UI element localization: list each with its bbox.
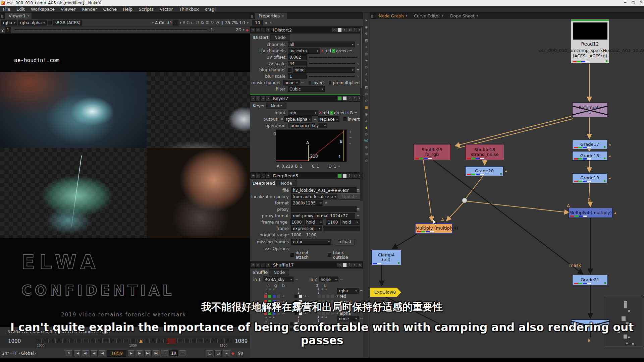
node-read12[interactable]: Read12 (ACES - ACEScg) (571, 19, 609, 63)
extra-plugin-icon[interactable]: ⊙ (365, 159, 368, 163)
viewer-clock-icon[interactable]: ◔ (216, 20, 220, 25)
step-minus-button[interactable]: − (161, 350, 168, 356)
node-grade21[interactable]: Grade21 (572, 275, 608, 285)
expression-icon[interactable]: = (295, 277, 298, 282)
time-tool-icon[interactable]: ⊙ (365, 132, 368, 136)
fps-caret-icon[interactable]: ▾ (10, 352, 12, 355)
file-field[interactable]: h2_lookdev_A01_####.exr (291, 187, 357, 193)
pin-panels-icon[interactable]: ▪ (265, 21, 267, 24)
proxy-format-field[interactable]: root.proxy_format 1024x77 (291, 213, 355, 219)
node-color-icon[interactable]: ○ (256, 263, 260, 267)
tab-node[interactable]: Node (266, 103, 286, 109)
format-select[interactable]: 2880x1235▾ (291, 200, 323, 206)
gamma-slider[interactable] (14, 29, 207, 31)
other-tool-icon[interactable]: ◉ (365, 112, 368, 116)
output-x-icon[interactable]: ✕ (280, 117, 283, 121)
range-d-value[interactable]: 1 (334, 164, 336, 169)
goto-end-button[interactable]: ▶| (153, 350, 160, 356)
folder-icon[interactable]: ⬒ (357, 207, 360, 211)
script-plugin-icon[interactable]: ⊞ (365, 152, 368, 156)
roi-icon[interactable]: ◆ (246, 28, 249, 32)
node-grade18[interactable]: Grade18 ◂ (572, 151, 607, 161)
node-multiply4[interactable]: Multiply4 (multiply) ◂ (569, 208, 612, 218)
curve-fit-icon[interactable]: ▾ (349, 141, 352, 145)
spinner-icon[interactable]: ▾ (338, 165, 340, 168)
premultiplied-checkbox[interactable] (329, 81, 332, 84)
expression-icon[interactable]: = (301, 80, 304, 85)
tab-node[interactable]: Node (269, 269, 289, 276)
tab-menu-icon[interactable]: ▾ (477, 14, 478, 17)
fullscreen-button[interactable]: ▢ (206, 350, 213, 356)
expression-icon[interactable]: = (357, 68, 360, 72)
max-panels-field[interactable]: 10 (252, 20, 263, 25)
zoom-level[interactable]: 35.7% (225, 20, 238, 25)
blue-x-icon[interactable]: ✕ (346, 111, 350, 115)
minimize-panel-icon[interactable]: − (261, 28, 265, 32)
node-expglow8[interactable]: ExpGlow8 (370, 288, 401, 297)
expression-icon[interactable]: = (349, 49, 352, 53)
tf-dropdown[interactable]: TF (13, 351, 17, 356)
loop-button[interactable]: ↻ (65, 350, 72, 356)
select-tool-icon[interactable]: ➤ (365, 18, 368, 22)
node-reformat1[interactable]: Reformat1 () (572, 103, 608, 117)
replace-select[interactable]: replace▾ (318, 116, 339, 122)
expression-icon[interactable]: = (314, 117, 317, 121)
help-icon[interactable]: ? (347, 96, 352, 101)
expand-panel-icon[interactable]: ▾ (266, 96, 270, 101)
invert-checkbox[interactable] (309, 81, 311, 84)
green-check-icon[interactable]: ✓ (332, 49, 335, 53)
range-b-value[interactable]: 1 (300, 164, 303, 169)
update-button[interactable]: Update (339, 193, 361, 200)
range-mode-dropdown[interactable]: Global (21, 351, 34, 356)
ab-blend-dropdown[interactable]: - (173, 20, 178, 25)
tab-menu-icon[interactable]: ▾ (28, 14, 29, 17)
menu-cache[interactable]: Cache (100, 7, 120, 12)
play-backward-button[interactable]: ◀ (90, 350, 98, 356)
range-c-value[interactable]: 1 (317, 164, 319, 169)
output-select[interactable]: rgba.alpha▾ (284, 116, 312, 122)
expression-icon[interactable]: = (340, 277, 343, 282)
menu-file[interactable]: File (0, 7, 13, 12)
tf-caret-icon[interactable]: ▾ (18, 352, 20, 355)
viewer-canvas[interactable]: ae-houdini.com ELWA CONFIDENTIAL 2019 vi… (0, 34, 250, 339)
panel-handle-icon[interactable] (1, 15, 3, 18)
tab-idistort[interactable]: IDistort (253, 35, 269, 40)
menu-viewer[interactable]: Viewer (58, 7, 78, 12)
frame-expression-field[interactable] (323, 226, 360, 231)
expression-icon[interactable]: = (354, 111, 357, 115)
float-panel-icon[interactable]: ↑ (353, 263, 357, 267)
tab-dope-sheet[interactable]: Dope Sheet ▾ (446, 13, 481, 19)
red-x-icon[interactable]: ✕ (321, 49, 324, 53)
do-not-attach-checkbox[interactable] (290, 253, 294, 257)
collapse-icon[interactable]: ▾ (251, 96, 255, 101)
input-select[interactable]: rgb▾ (288, 110, 318, 116)
expand-panel-icon[interactable]: ▾ (266, 28, 270, 32)
sync-button[interactable]: ▢ (214, 350, 222, 356)
curve-a-handle[interactable]: A (306, 140, 309, 145)
input-b-label[interactable]: B Co...t1 (182, 20, 200, 25)
minimize-panel-icon[interactable]: − (261, 174, 265, 178)
anim-curve-icon[interactable]: ∿ (357, 62, 360, 65)
view-mode-caret-icon[interactable]: ▾ (243, 28, 245, 32)
uv-offset-field[interactable]: 0.062 (288, 54, 307, 60)
postage-stamp-icon[interactable] (337, 28, 342, 32)
green-check-icon[interactable]: ✓ (330, 111, 333, 115)
tab-menu-icon[interactable]: ▾ (442, 14, 443, 17)
collapse-icon[interactable]: ▾ (251, 174, 255, 178)
anim-curve-icon[interactable]: ∿ (357, 74, 360, 78)
deep-tool-icon[interactable]: ◩ (365, 85, 368, 89)
center-node-icon[interactable]: ○ (332, 28, 337, 32)
tab-properties[interactable]: Properties ✕ (255, 13, 287, 19)
menu-victor[interactable]: V!ctor (157, 7, 176, 12)
close-button[interactable]: ✕ (640, 0, 643, 5)
blur-scale-slider[interactable] (309, 76, 355, 77)
node-grade17[interactable]: Grade17 ◂ (572, 140, 607, 149)
red-x-icon[interactable]: ✕ (319, 111, 322, 115)
toolsets-icon[interactable]: ▦ (365, 106, 368, 109)
zoom-caret-icon[interactable]: ▾ (247, 21, 249, 24)
tab-menu-icon[interactable]: ▾ (406, 14, 407, 17)
uv-channels-select[interactable]: uv_extra▾ (288, 48, 320, 54)
gain-value[interactable]: 1 (210, 27, 213, 32)
menu-cragl[interactable]: cragl (202, 7, 219, 12)
fps-value[interactable]: 24* (2, 351, 9, 356)
